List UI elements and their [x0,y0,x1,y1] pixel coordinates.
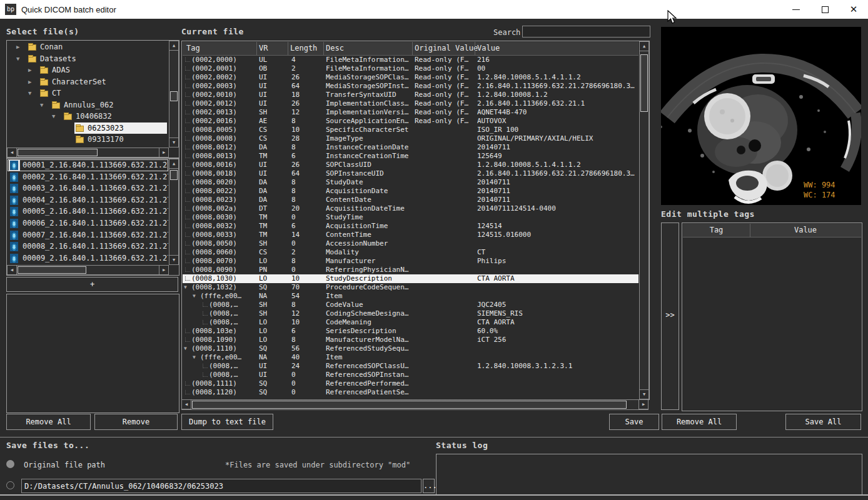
original-path-radio[interactable] [6,460,14,468]
tree-vertical-scrollbar[interactable]: ▲ ▼ [169,41,179,148]
scroll-up-icon[interactable]: ▲ [169,159,179,169]
tag-row[interactable]: (0008,…UI0ReferencedSOPInstan… [183,371,638,379]
tag-row[interactable]: (0002,0002)UI26MediaStorageSOPClas…Read-… [183,73,638,82]
tree-item[interactable]: ▶ADAS [8,64,168,76]
scroll-left-icon[interactable]: ◀ [181,399,191,409]
tag-row[interactable]: (0002,0003)UI64MediaStorageSOPInst…Read-… [183,82,638,91]
file-list-item[interactable]: 00009_2.16.840.1.113669.632.21.27 [8,252,168,264]
files-horizontal-scrollbar[interactable]: ◀ ▶ [7,265,169,275]
expand-arrow-icon[interactable]: ▶ [28,67,31,73]
tag-row[interactable]: (0008,0008)CS28ImageTypeORIGINAL/PRIMARY… [183,134,638,143]
tag-row[interactable]: (0008,0090)PN0ReferringPhysicianN… [183,266,638,274]
save-path-input[interactable] [21,479,421,493]
tag-row[interactable]: (0002,0013)SH12ImplementationVersi…Read-… [183,108,638,117]
collapse-arrow-icon[interactable]: ▼ [184,283,187,292]
collapse-arrow-icon[interactable]: ▼ [16,56,19,62]
scroll-right-icon[interactable]: ▶ [159,265,169,275]
tag-row[interactable]: (0008,0023)DA8ContentDate20140711 [183,196,638,204]
collapse-arrow-icon[interactable]: ▼ [193,353,196,362]
collapse-arrow-icon[interactable]: ▼ [40,102,43,108]
tag-row[interactable]: (0008,0013)TM6InstanceCreationTime125649 [183,152,638,161]
table-vertical-scrollbar[interactable]: ▲ ▼ [639,41,649,399]
expand-arrow-icon[interactable]: ▶ [28,79,31,85]
tag-row[interactable]: (0002,0000)UL4FileMetaInformation…Read-o… [183,56,638,64]
expand-arrow-icon[interactable]: ▶ [16,44,19,50]
file-list-item[interactable]: 00007_2.16.840.1.113669.632.21.27 [8,229,168,241]
tree-vscroll-thumb[interactable] [170,91,178,101]
maximize-button[interactable] [810,0,839,19]
tag-row[interactable]: (0008,002a)DT20AcquisitionDateTime201407… [183,204,638,213]
custom-path-radio[interactable] [6,481,14,489]
scroll-left-icon[interactable]: ◀ [7,148,17,158]
file-list-item[interactable]: 00004_2.16.840.1.113669.632.21.27 [8,194,168,206]
tree-item[interactable]: 09313170 [8,134,168,146]
search-input[interactable] [522,26,650,38]
collapse-arrow-icon[interactable]: ▼ [193,292,196,301]
ct-image-preview[interactable]: WW: 994 WC: 174 [661,27,861,205]
add-files-button[interactable]: + [6,277,178,292]
scroll-down-icon[interactable]: ▼ [169,255,179,265]
scroll-down-icon[interactable]: ▼ [169,138,179,148]
file-list-item[interactable]: 00002_2.16.840.1.113669.632.21.27 [8,171,168,183]
browse-button[interactable]: ... [423,479,435,493]
tag-row[interactable]: ▼(0008,1110)SQ56ReferencedStudySequ… [183,344,638,353]
tag-row[interactable]: (0008,0070)LO8ManufacturerPhilips [183,257,638,266]
collapse-arrow-icon[interactable]: ▼ [184,344,187,353]
edit-column-header-tag[interactable]: Tag [683,224,750,237]
tag-row[interactable]: (0008,0050)SH0AccessionNumber [183,239,638,248]
files-hscroll-thumb[interactable] [18,266,86,274]
column-header-tag[interactable]: Tag [186,42,200,55]
dump-to-text-button[interactable]: Dump to text file [181,414,273,430]
tag-row[interactable]: (0008,0022)DA8AcquisitionDate20140711 [183,187,638,196]
tree-item[interactable]: ▼CT [8,88,168,99]
tag-row[interactable]: (0002,0001)OB2FileMetaInformation…Read-o… [183,64,638,73]
tag-row[interactable]: ▼(fffe,e00…NA40Item [183,353,638,362]
save-button[interactable]: Save [609,414,659,430]
tag-row[interactable]: (0008,1120)SQ0ReferencedPatientSe… [183,388,638,397]
column-header-length[interactable]: Length [290,42,317,55]
scroll-right-icon[interactable]: ▶ [159,148,169,158]
save-all-button[interactable]: Save All [785,414,861,430]
close-button[interactable]: ✕ [839,0,868,19]
tree-hscroll-thumb[interactable] [18,149,98,156]
tag-row[interactable]: (0008,0033)TM14ContentTime124515.016000 [183,231,638,239]
tag-row[interactable]: (0008,…SH12CodingSchemeDesigna…SIEMENS_R… [183,309,638,318]
remove-file-button[interactable]: Remove [94,414,178,430]
file-list-item[interactable]: 00003_2.16.840.1.113669.632.21.27 [8,182,168,194]
scroll-left-icon[interactable]: ◀ [7,265,17,275]
tag-row[interactable]: (0008,0060)CS2ModalityCT [183,248,638,257]
scroll-up-icon[interactable]: ▲ [639,41,649,51]
tree-item[interactable]: ▼Datasets [8,53,168,65]
tag-row[interactable]: (0008,…SH8CodeValueJQC2405 [183,301,638,309]
tag-row[interactable]: (0008,…UI24ReferencedSOPClassU…1.2.840.1… [183,362,638,371]
table-hscroll-thumb[interactable] [192,401,627,409]
file-list-item[interactable]: 00006_2.16.840.1.113669.632.21.27 [8,218,168,229]
tag-row[interactable]: (0008,103e)LO6SeriesDescription60.0% [183,327,638,336]
collapse-arrow-icon[interactable]: ▼ [52,113,55,119]
scroll-right-icon[interactable]: ▶ [638,399,648,409]
tag-row[interactable]: (0008,1111)SQ0ReferencedPerformed… [183,379,638,388]
tag-row[interactable]: (0002,0010)UI18TransferSyntaxUIDRead-onl… [183,91,638,99]
tree-item[interactable]: ▼Annulus_062 [8,99,168,111]
file-list-item[interactable]: 00008_2.16.840.1.113669.632.21.27 [8,241,168,252]
minimize-button[interactable] [782,0,810,19]
tree-horizontal-scrollbar[interactable]: ◀ ▶ [7,148,169,158]
column-header-desc[interactable]: Desc [326,42,344,55]
tag-row[interactable]: (0008,0018)UI64SOPInstanceUID2.16.840.1.… [183,169,638,178]
tag-row[interactable]: ▼(0008,1032)SQ70ProcedureCodeSequen… [183,283,638,292]
column-header-vr[interactable]: VR [259,42,268,55]
table-horizontal-scrollbar[interactable]: ◀ ▶ [181,399,648,410]
tag-row[interactable]: (0008,0005)CS10SpecificCharacterSetISO_I… [183,126,638,134]
tree-item[interactable]: ▶Conan [8,41,168,53]
column-header-original-value[interactable]: Original Value [415,42,478,55]
file-list-item[interactable]: 00005_2.16.840.1.113669.632.21.27 [8,206,168,218]
tag-row[interactable]: ▼(fffe,e00…NA54Item [183,292,638,301]
tree-item[interactable]: ▶CharacterSet [8,76,168,88]
collapse-arrow-icon[interactable]: ▼ [28,90,31,96]
remove-all-tags-button[interactable]: Remove All [662,414,737,430]
tag-row[interactable]: (0008,1090)LO8ManufacturerModelNa…iCT 25… [183,336,638,344]
tree-item[interactable]: 06253023 [8,122,168,134]
transfer-tags-button[interactable]: >> [661,222,679,410]
files-vscroll-thumb[interactable] [170,170,178,180]
scroll-down-icon[interactable]: ▼ [639,389,649,399]
